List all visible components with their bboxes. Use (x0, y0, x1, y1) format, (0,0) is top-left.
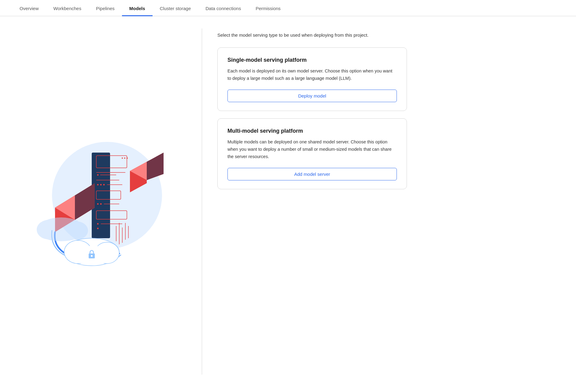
svg-point-16 (100, 203, 102, 205)
svg-point-7 (97, 174, 99, 176)
card-button-multi-model[interactable]: Add model server (227, 168, 397, 180)
svg-point-3 (122, 157, 123, 159)
svg-point-15 (97, 203, 99, 205)
illustration-panel (12, 28, 202, 375)
card-title-single-model: Single-model serving platform (227, 57, 397, 63)
svg-point-21 (97, 228, 99, 229)
card-button-single-model[interactable]: Deploy model (227, 90, 397, 102)
tab-models[interactable]: Models (122, 0, 153, 16)
svg-point-12 (103, 184, 105, 186)
illustration-svg (21, 122, 180, 269)
card-multi-model: Multi-model serving platformMultiple mod… (217, 118, 407, 189)
main-content: Select the model serving type to be used… (0, 16, 576, 387)
card-description-multi-model: Multiple models can be deployed on one s… (227, 139, 397, 161)
card-description-single-model: Each model is deployed on its own model … (227, 68, 397, 82)
card-title-multi-model: Multi-model serving platform (227, 128, 397, 134)
tab-pipelines[interactable]: Pipelines (89, 0, 122, 16)
svg-marker-34 (147, 153, 164, 180)
tab-workbenches[interactable]: Workbenches (46, 0, 89, 16)
illustration (21, 122, 180, 281)
cards-container: Single-model serving platformEach model … (217, 47, 564, 189)
right-panel: Select the model serving type to be used… (202, 28, 564, 375)
svg-point-10 (97, 184, 99, 186)
intro-text: Select the model serving type to be used… (217, 31, 395, 39)
svg-point-44 (39, 224, 83, 241)
svg-point-5 (127, 157, 128, 159)
svg-point-11 (100, 184, 102, 186)
tab-overview[interactable]: Overview (12, 0, 46, 16)
tab-data-connections[interactable]: Data connections (198, 0, 248, 16)
tab-permissions[interactable]: Permissions (248, 0, 288, 16)
card-single-model: Single-model serving platformEach model … (217, 47, 407, 111)
svg-point-19 (97, 223, 99, 225)
svg-point-4 (124, 157, 125, 159)
tab-bar: OverviewWorkbenchesPipelinesModelsCluste… (0, 0, 576, 16)
svg-point-40 (91, 255, 93, 257)
tab-cluster-storage[interactable]: Cluster storage (153, 0, 198, 16)
